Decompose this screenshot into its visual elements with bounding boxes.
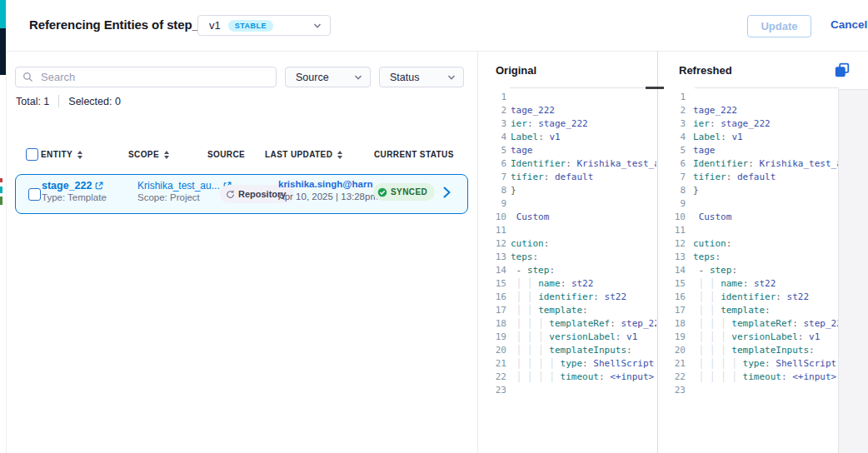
sort-icon[interactable] [337,151,342,159]
status-dropdown-label: Status [390,72,419,83]
horizontal-scrollbar-thumb[interactable] [646,87,664,89]
line-number: 3 [479,117,506,131]
code-line: 7tifier: default [479,171,656,184]
line-number: 1 [479,91,506,104]
code-line: 15 │ │ name: st22 [658,277,838,291]
code-line: 16 │ │ identifier: st22 [658,291,838,304]
repository-icon [226,190,235,199]
status-dropdown[interactable]: Status [379,67,464,87]
line-number: 17 [479,304,506,317]
page-behind-content-speck [0,187,2,193]
code-line: 16 │ │ identifier: st22 [479,291,656,304]
code-line: 17 │ │ template: [658,304,838,317]
entity-link[interactable]: stage_222 [42,180,103,192]
original-code-editor[interactable]: 12tage_2223ier: stage_2224Label: v15tage… [479,91,656,453]
search-input[interactable] [39,70,269,84]
modal-header-bar: Referencing Entities of step_222 v1 STAB… [6,0,868,52]
line-number: 19 [658,331,686,344]
status-badge-label: SYNCED [391,187,427,197]
code-line: 11 [658,224,838,237]
code-line: 19 │ │ │ versionLabel: v1 [658,331,838,344]
code-line: 4Label: v1 [658,131,838,144]
scope-link[interactable]: Krishika_test_au... [137,180,232,192]
code-line: 20 │ │ │ templateInputs: [658,344,838,357]
line-number: 6 [658,157,686,171]
code-line: 4Label: v1 [479,131,656,144]
code-line: 1 [479,91,656,104]
code-line: 18 │ │ │ templateRef: step_222 [658,317,838,331]
line-number: 3 [658,117,686,131]
code-line: 15 │ │ name: st22 [479,277,656,291]
entity-type: Type: Template [42,192,107,202]
line-number: 5 [658,144,686,157]
line-number: 23 [479,384,506,397]
cancel-button[interactable]: Cancel [831,18,867,31]
code-line: 6Identifier: Krishika_test_aut [479,157,656,171]
chevron-right-icon[interactable] [442,186,451,202]
code-line: 11 [479,224,656,237]
line-number: 9 [658,197,686,211]
code-line: 7tifier: default [658,171,838,184]
line-number: 18 [658,317,686,331]
line-number: 11 [479,224,506,237]
column-header-scope: SCOPE [128,150,169,159]
line-number: 10 [658,211,686,224]
update-button[interactable]: Update [747,15,811,37]
page-behind-sidebar-sliver [0,28,6,75]
line-number: 2 [658,104,686,117]
line-number: 8 [479,184,506,197]
code-line: 3ier: stage_222 [658,117,838,131]
sort-icon[interactable] [164,151,169,159]
chevron-down-icon [313,22,322,30]
line-number: 6 [479,157,506,171]
code-line: 21 │ │ │ │ type: ShellScript [479,357,656,371]
code-line: 10 Custom [479,211,656,224]
code-line: 5tage [658,144,838,157]
line-number: 5 [479,144,506,157]
total-count: Total: 1 [16,96,49,107]
line-number: 1 [658,91,686,104]
original-pane-title: Original [496,64,536,77]
code-line: 8} [658,184,838,197]
version-select[interactable]: v1 STABLE [197,15,331,36]
refreshed-hscrollbar-track [695,87,838,88]
referencing-entities-modal: Referencing Entities of step_222 v1 STAB… [0,0,868,453]
code-line: 23 [658,384,838,397]
line-number: 4 [479,131,506,144]
line-number: 20 [658,344,686,357]
refreshed-code-editor[interactable]: 12tage_2223ier: stage_2224Label: v15tage… [658,91,838,453]
line-number: 12 [479,237,506,251]
line-number: 11 [658,224,686,237]
code-line: 8} [479,184,656,197]
line-number: 15 [479,277,506,291]
sort-icon[interactable] [77,151,82,159]
column-header-current-status: CURRENT STATUS [374,150,454,159]
code-line: 21 │ │ │ │ type: ShellScript [658,357,838,371]
section-divider [477,51,478,453]
table-row[interactable]: stage_222 Type: Template Krishika_test_a… [15,174,468,214]
select-all-checkbox[interactable] [26,148,38,161]
row-checkbox[interactable] [28,188,41,201]
page-behind-content-speck [0,197,2,205]
original-hscrollbar-track [510,87,664,88]
code-line: 14 - step: [479,264,656,277]
counts-divider [58,95,59,107]
external-link-icon [95,182,103,190]
source-dropdown-label: Source [296,72,329,83]
updated-by: krishika.singh@harnes... [278,179,373,189]
vertical-scrollbar-track[interactable] [839,89,868,453]
code-line: 19 │ │ │ versionLabel: v1 [479,331,656,344]
check-circle-icon [377,187,387,197]
updated-at: Apr 10, 2025 | 13:28pm [278,192,378,202]
line-number: 7 [658,171,686,184]
refreshed-pane-title: Refreshed [679,64,732,77]
code-line: 9 [479,197,656,211]
line-number: 4 [658,131,686,144]
scope-sub: Scope: Project [137,192,200,202]
line-number: 21 [479,357,506,371]
code-line: 13teps: [479,251,656,264]
copy-icon[interactable] [835,62,850,77]
chevron-down-icon [354,73,362,82]
column-header-entity: ENTITY [41,150,82,159]
source-dropdown[interactable]: Source [285,67,371,87]
